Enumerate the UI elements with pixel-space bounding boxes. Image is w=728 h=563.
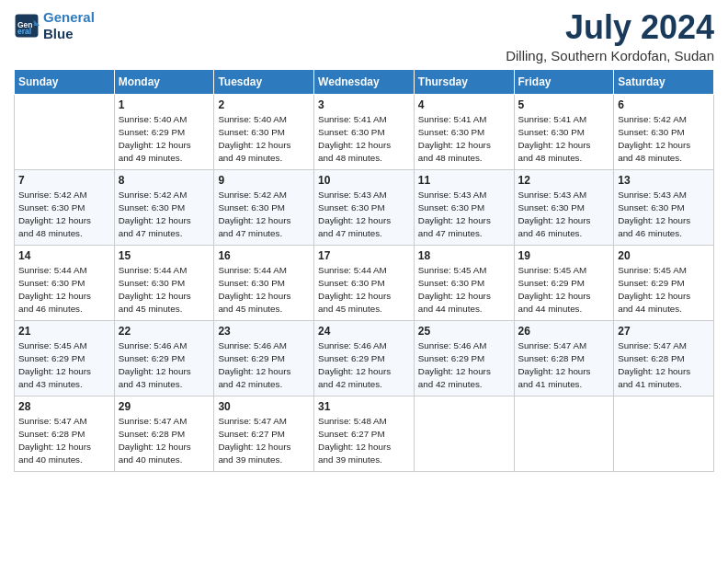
day-info: Sunrise: 5:47 AMSunset: 6:28 PMDaylight:… <box>18 415 110 467</box>
day-number: 16 <box>218 249 310 262</box>
day-info: Sunrise: 5:40 AMSunset: 6:30 PMDaylight:… <box>218 113 310 166</box>
day-cell: 3Sunrise: 5:41 AMSunset: 6:30 PMDaylight… <box>314 94 415 169</box>
day-cell: 25Sunrise: 5:46 AMSunset: 6:29 PMDayligh… <box>414 320 514 396</box>
logo-icon: Gen eral <box>14 13 40 39</box>
day-info: Sunrise: 5:44 AMSunset: 6:30 PMDaylight:… <box>18 264 110 316</box>
day-number: 30 <box>218 400 310 413</box>
header-wednesday: Wednesday <box>314 69 415 94</box>
day-number: 19 <box>518 249 610 262</box>
day-cell: 5Sunrise: 5:41 AMSunset: 6:30 PMDaylight… <box>514 94 614 169</box>
day-number: 25 <box>418 325 510 338</box>
day-cell: 21Sunrise: 5:45 AMSunset: 6:29 PMDayligh… <box>15 320 115 396</box>
header-tuesday: Tuesday <box>214 69 314 94</box>
day-info: Sunrise: 5:46 AMSunset: 6:29 PMDaylight:… <box>218 339 310 392</box>
day-cell: 24Sunrise: 5:46 AMSunset: 6:29 PMDayligh… <box>314 320 415 396</box>
day-number: 13 <box>618 174 710 187</box>
day-info: Sunrise: 5:46 AMSunset: 6:29 PMDaylight:… <box>119 339 210 392</box>
day-number: 14 <box>18 249 110 262</box>
day-cell: 8Sunrise: 5:42 AMSunset: 6:30 PMDaylight… <box>114 169 214 245</box>
day-info: Sunrise: 5:40 AMSunset: 6:29 PMDaylight:… <box>119 113 210 166</box>
day-cell: 20Sunrise: 5:45 AMSunset: 6:29 PMDayligh… <box>614 245 714 320</box>
day-number: 7 <box>18 174 110 187</box>
day-info: Sunrise: 5:41 AMSunset: 6:30 PMDaylight:… <box>318 113 410 166</box>
weekday-header-row: Sunday Monday Tuesday Wednesday Thursday… <box>15 69 714 94</box>
header-friday: Friday <box>514 69 614 94</box>
day-info: Sunrise: 5:47 AMSunset: 6:28 PMDaylight:… <box>618 339 710 392</box>
location-title: Dilling, Southern Kordofan, Sudan <box>506 48 714 63</box>
day-cell: 15Sunrise: 5:44 AMSunset: 6:30 PMDayligh… <box>114 245 214 320</box>
day-cell: 19Sunrise: 5:45 AMSunset: 6:29 PMDayligh… <box>514 245 614 320</box>
day-number: 9 <box>218 174 310 187</box>
calendar-page: Gen eral GeneralBlue July 2024 Dilling, … <box>0 0 728 563</box>
header: Gen eral GeneralBlue July 2024 Dilling, … <box>14 9 714 63</box>
logo: Gen eral GeneralBlue <box>14 9 95 42</box>
day-number: 31 <box>318 400 410 413</box>
day-cell: 16Sunrise: 5:44 AMSunset: 6:30 PMDayligh… <box>214 245 314 320</box>
day-info: Sunrise: 5:45 AMSunset: 6:29 PMDaylight:… <box>18 339 110 392</box>
day-cell: 22Sunrise: 5:46 AMSunset: 6:29 PMDayligh… <box>114 320 214 396</box>
day-cell: 11Sunrise: 5:43 AMSunset: 6:30 PMDayligh… <box>414 169 514 245</box>
day-cell: 9Sunrise: 5:42 AMSunset: 6:30 PMDaylight… <box>214 169 314 245</box>
day-number: 11 <box>418 174 510 187</box>
day-cell: 2Sunrise: 5:40 AMSunset: 6:30 PMDaylight… <box>214 94 314 169</box>
day-info: Sunrise: 5:45 AMSunset: 6:29 PMDaylight:… <box>618 264 710 316</box>
day-cell: 31Sunrise: 5:48 AMSunset: 6:27 PMDayligh… <box>314 396 415 471</box>
header-monday: Monday <box>114 69 214 94</box>
day-number: 12 <box>518 174 610 187</box>
day-cell: 6Sunrise: 5:42 AMSunset: 6:30 PMDaylight… <box>614 94 714 169</box>
day-number: 29 <box>119 400 210 413</box>
day-info: Sunrise: 5:42 AMSunset: 6:30 PMDaylight:… <box>119 189 210 241</box>
day-info: Sunrise: 5:47 AMSunset: 6:28 PMDaylight:… <box>518 339 610 392</box>
day-cell: 28Sunrise: 5:47 AMSunset: 6:28 PMDayligh… <box>15 396 115 471</box>
day-cell <box>414 396 514 471</box>
day-info: Sunrise: 5:42 AMSunset: 6:30 PMDaylight:… <box>218 189 310 241</box>
header-saturday: Saturday <box>614 69 714 94</box>
day-cell: 30Sunrise: 5:47 AMSunset: 6:27 PMDayligh… <box>214 396 314 471</box>
week-row-1: 1Sunrise: 5:40 AMSunset: 6:29 PMDaylight… <box>15 94 714 169</box>
day-number: 2 <box>218 98 310 111</box>
day-info: Sunrise: 5:44 AMSunset: 6:30 PMDaylight:… <box>318 264 410 316</box>
day-number: 28 <box>18 400 110 413</box>
logo-text: GeneralBlue <box>43 9 95 42</box>
day-info: Sunrise: 5:43 AMSunset: 6:30 PMDaylight:… <box>418 189 510 241</box>
day-cell: 27Sunrise: 5:47 AMSunset: 6:28 PMDayligh… <box>614 320 714 396</box>
title-block: July 2024 Dilling, Southern Kordofan, Su… <box>506 9 714 63</box>
header-thursday: Thursday <box>414 69 514 94</box>
day-number: 5 <box>518 98 610 111</box>
day-number: 3 <box>318 98 410 111</box>
day-info: Sunrise: 5:44 AMSunset: 6:30 PMDaylight:… <box>119 264 210 316</box>
week-row-5: 28Sunrise: 5:47 AMSunset: 6:28 PMDayligh… <box>15 396 714 471</box>
day-number: 24 <box>318 325 410 338</box>
day-cell: 10Sunrise: 5:43 AMSunset: 6:30 PMDayligh… <box>314 169 415 245</box>
day-number: 18 <box>418 249 510 262</box>
day-info: Sunrise: 5:47 AMSunset: 6:28 PMDaylight:… <box>119 415 210 467</box>
day-info: Sunrise: 5:43 AMSunset: 6:30 PMDaylight:… <box>618 189 710 241</box>
day-number: 6 <box>618 98 710 111</box>
day-info: Sunrise: 5:43 AMSunset: 6:30 PMDaylight:… <box>318 189 410 241</box>
day-info: Sunrise: 5:45 AMSunset: 6:30 PMDaylight:… <box>418 264 510 316</box>
day-info: Sunrise: 5:48 AMSunset: 6:27 PMDaylight:… <box>318 415 410 467</box>
day-number: 23 <box>218 325 310 338</box>
day-number: 27 <box>618 325 710 338</box>
day-info: Sunrise: 5:43 AMSunset: 6:30 PMDaylight:… <box>518 189 610 241</box>
day-info: Sunrise: 5:44 AMSunset: 6:30 PMDaylight:… <box>218 264 310 316</box>
day-number: 10 <box>318 174 410 187</box>
calendar-table: Sunday Monday Tuesday Wednesday Thursday… <box>14 69 714 472</box>
day-cell: 17Sunrise: 5:44 AMSunset: 6:30 PMDayligh… <box>314 245 415 320</box>
day-cell: 18Sunrise: 5:45 AMSunset: 6:30 PMDayligh… <box>414 245 514 320</box>
day-cell: 29Sunrise: 5:47 AMSunset: 6:28 PMDayligh… <box>114 396 214 471</box>
week-row-2: 7Sunrise: 5:42 AMSunset: 6:30 PMDaylight… <box>15 169 714 245</box>
day-number: 21 <box>18 325 110 338</box>
week-row-3: 14Sunrise: 5:44 AMSunset: 6:30 PMDayligh… <box>15 245 714 320</box>
day-cell: 14Sunrise: 5:44 AMSunset: 6:30 PMDayligh… <box>15 245 115 320</box>
day-number: 17 <box>318 249 410 262</box>
day-cell: 7Sunrise: 5:42 AMSunset: 6:30 PMDaylight… <box>15 169 115 245</box>
week-row-4: 21Sunrise: 5:45 AMSunset: 6:29 PMDayligh… <box>15 320 714 396</box>
header-sunday: Sunday <box>15 69 115 94</box>
day-cell: 1Sunrise: 5:40 AMSunset: 6:29 PMDaylight… <box>114 94 214 169</box>
day-number: 20 <box>618 249 710 262</box>
day-cell <box>614 396 714 471</box>
day-info: Sunrise: 5:46 AMSunset: 6:29 PMDaylight:… <box>318 339 410 392</box>
day-number: 8 <box>119 174 210 187</box>
day-info: Sunrise: 5:42 AMSunset: 6:30 PMDaylight:… <box>18 189 110 241</box>
